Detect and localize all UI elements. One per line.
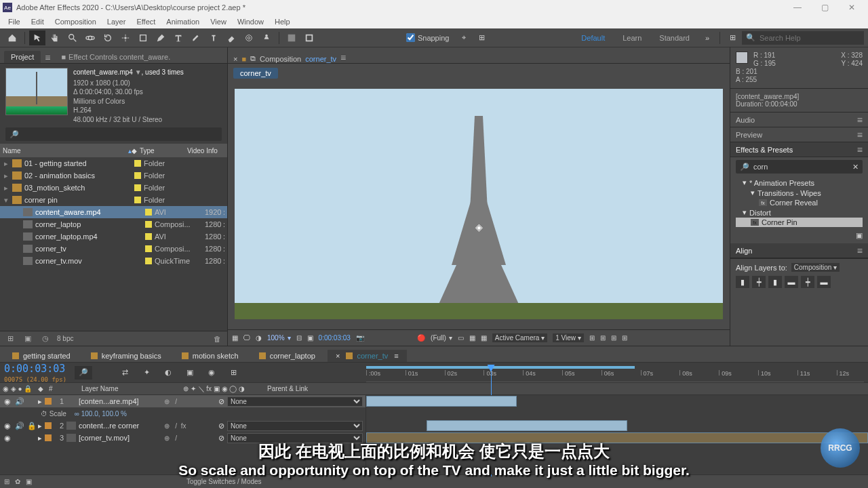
timeline-search[interactable]: 🔎 xyxy=(75,366,92,380)
layer-property-row[interactable]: ⏱ Scale∞ 100.0, 100.0 % xyxy=(0,407,366,420)
puppet-tool[interactable] xyxy=(258,30,275,45)
effects-row[interactable]: ▾* Animation Presets xyxy=(736,178,863,188)
channel-icon[interactable]: ▣ xyxy=(307,334,313,342)
clone-tool[interactable] xyxy=(205,30,222,45)
grid-icon[interactable]: ▦ xyxy=(469,334,475,342)
frame-blend-icon[interactable]: ▣ xyxy=(182,365,198,380)
mask-icon[interactable]: ◑ xyxy=(256,334,262,342)
workspace-default[interactable]: Default xyxy=(581,34,605,42)
snapping-toggle[interactable]: Snapping xyxy=(406,33,450,42)
project-file-row[interactable]: corner_laptop.mp4AVI1280 x 7 xyxy=(0,230,227,243)
effects-tree[interactable]: ▾* Animation Presets▾Transitions - Wipes… xyxy=(730,176,868,231)
snapshot-icon[interactable]: 📷 xyxy=(356,334,364,342)
roi-icon[interactable]: ▭ xyxy=(458,334,464,342)
anchor-tool[interactable] xyxy=(117,30,134,45)
roto-tool[interactable] xyxy=(241,30,257,45)
project-folder-row[interactable]: ▾corner pinFolder xyxy=(0,194,227,206)
color-mgmt-icon[interactable]: 🔴 xyxy=(417,334,425,342)
pen-tool[interactable] xyxy=(153,30,169,45)
view-opt4-icon[interactable]: ⊞ xyxy=(622,334,627,342)
composition-viewer[interactable]: ◈ xyxy=(228,79,730,329)
menu-layer[interactable]: Layer xyxy=(102,16,132,27)
new-comp-button[interactable]: ◷ xyxy=(39,333,52,344)
layer-bar[interactable] xyxy=(427,420,627,431)
align-bottom-button[interactable]: ▬ xyxy=(817,276,831,288)
menu-effect[interactable]: Effect xyxy=(131,16,161,27)
trash-button[interactable]: 🗑 xyxy=(211,333,223,344)
project-file-row[interactable]: content_aware.mp4AVI1920 x .. xyxy=(0,206,227,218)
workspace-standard[interactable]: Standard xyxy=(659,34,690,42)
draft3d-icon[interactable]: ◐ xyxy=(160,365,176,380)
always-preview-icon[interactable]: ▦ xyxy=(232,334,238,342)
workspace-more-icon[interactable]: » xyxy=(699,30,715,45)
menu-view[interactable]: View xyxy=(205,16,232,27)
tl-foot-icon1[interactable]: ⊞ xyxy=(4,478,9,485)
menu-animation[interactable]: Animation xyxy=(161,16,205,27)
guides-icon[interactable]: ▦ xyxy=(481,334,487,342)
project-tree[interactable]: ▸01 - getting startedFolder▸02 - animati… xyxy=(0,157,227,331)
selection-tool[interactable] xyxy=(29,30,45,45)
align-hcenter-button[interactable]: ┿ xyxy=(752,276,766,288)
effects-row[interactable]: fxCorner Reveal xyxy=(736,198,863,207)
project-file-row[interactable]: corner_laptopComposi...1280 x 7 xyxy=(0,218,227,230)
project-file-row[interactable]: corner_tvComposi...1280 x 7 xyxy=(0,243,227,255)
effects-row[interactable]: ▾Transitions - Wipes xyxy=(736,188,863,198)
help-search-input[interactable] xyxy=(760,34,860,42)
bpc-label[interactable]: 8 bpc xyxy=(57,335,73,342)
layer-row[interactable]: ◉▸3[corner_tv.mov]⊕ / ⊘None xyxy=(0,432,366,444)
menu-help[interactable]: Help xyxy=(269,16,296,27)
stroke-swatch[interactable] xyxy=(301,30,317,45)
project-search[interactable]: 🔎 xyxy=(5,127,222,141)
comp-mini-flow-icon[interactable]: ⇄ xyxy=(117,365,133,380)
brush-tool[interactable] xyxy=(188,30,204,45)
graph-editor-icon[interactable]: ⊞ xyxy=(225,365,241,380)
layer-row[interactable]: ◉🔊▸1[conten...are.mp4]⊕ / ⊘None xyxy=(0,395,366,407)
audio-panel-header[interactable]: Audio≡ xyxy=(730,113,868,127)
project-file-row[interactable]: corner_tv.movQuickTime1280 x 7 xyxy=(0,255,227,267)
interpret-button[interactable]: ⊞ xyxy=(4,333,16,344)
new-folder-button[interactable]: ▣ xyxy=(22,333,34,344)
res-icon[interactable]: ⊟ xyxy=(296,334,302,342)
timeline-timecode[interactable]: 0:00:03:03 xyxy=(4,363,66,375)
views-dropdown[interactable]: 1 View ▾ xyxy=(553,333,584,342)
minimize-button[interactable]: — xyxy=(784,0,811,15)
workspace-learn[interactable]: Learn xyxy=(623,34,642,42)
align-left-button[interactable]: ▮ xyxy=(736,276,749,288)
preview-panel-header[interactable]: Preview≡ xyxy=(730,127,868,142)
align-right-button[interactable]: ▮ xyxy=(768,276,782,288)
align-top-button[interactable]: ▬ xyxy=(785,276,798,288)
timeline-tab[interactable]: keyframing basics xyxy=(83,350,170,362)
tl-foot-icon3[interactable]: ▣ xyxy=(26,478,32,485)
timeline-tab[interactable]: getting started xyxy=(4,350,79,362)
timeline-layer-list[interactable]: ◉🔊▸1[conten...are.mp4]⊕ / ⊘None⏱ Scale∞ … xyxy=(0,395,366,474)
motion-blur-icon[interactable]: ◉ xyxy=(203,365,220,380)
timeline-tab[interactable]: motion sketch xyxy=(174,350,247,362)
panel-dock-icon[interactable]: × xyxy=(233,55,237,63)
timeline-tracks[interactable] xyxy=(366,395,868,474)
toggle-switches-button[interactable]: Toggle Switches / Modes xyxy=(186,478,262,485)
view-opt-icon[interactable]: ⊞ xyxy=(589,334,595,342)
menu-edit[interactable]: Edit xyxy=(26,16,50,27)
comp-menu-icon[interactable]: ≡ xyxy=(340,52,346,63)
toolbar-overflow-icon[interactable]: ⊞ xyxy=(724,30,741,45)
snap-opt-icon[interactable]: ⌖ xyxy=(456,30,472,45)
project-folder-row[interactable]: ▸01 - getting startedFolder xyxy=(0,157,227,169)
eraser-tool[interactable] xyxy=(223,30,239,45)
view-opt3-icon[interactable]: ⊞ xyxy=(611,334,616,342)
maximize-button[interactable]: ▢ xyxy=(811,0,838,15)
zoom-dropdown[interactable]: 100% ▾ xyxy=(267,334,291,342)
camera-dropdown[interactable]: Active Camera ▾ xyxy=(492,333,547,342)
rotate-tool[interactable] xyxy=(100,30,116,45)
project-menu-icon[interactable]: ≡ xyxy=(45,52,50,63)
effects-row[interactable]: ▾Distort xyxy=(736,207,863,218)
comp-tab-name[interactable]: corner_tv xyxy=(305,55,336,63)
time-ruler[interactable]: :00s01s02s03s04s05s06s07s08s09s10s11s12s xyxy=(366,370,864,382)
effects-search-input[interactable] xyxy=(753,163,848,171)
effects-new-bin-icon[interactable]: ▣ xyxy=(856,231,863,243)
hand-tool[interactable] xyxy=(47,30,63,45)
layer-bar[interactable] xyxy=(366,396,517,407)
menu-composition[interactable]: Composition xyxy=(50,16,102,27)
tl-foot-icon2[interactable]: ✿ xyxy=(15,478,20,485)
zoom-tool[interactable] xyxy=(64,30,81,45)
type-tool[interactable] xyxy=(170,30,186,45)
